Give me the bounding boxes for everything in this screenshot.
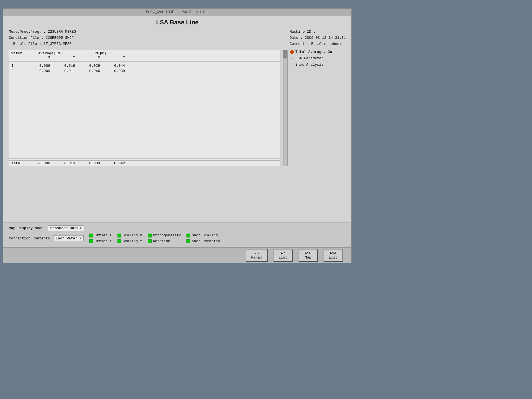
correction-contents-value: Each Wafer: [56, 236, 77, 241]
legend-label-ega: EGA Parameter: [295, 56, 323, 60]
meas-proc-prog: Meas.Proc.Prog. : 228USRA.MSREG: [9, 29, 76, 35]
dropdown-arrow-icon-2: ▼: [80, 237, 81, 240]
header-top-row: Wafer Average[μm] 3σ[μm]: [9, 51, 280, 55]
col-3sigma-header: 3σ[μm]: [75, 51, 125, 55]
table-row: 1 -0.006 0.016 0.029 0.044: [9, 63, 280, 68]
correction-row: Correction Contents Each Wafer ▼ Offset …: [9, 233, 346, 243]
mode-row: Map Display Mode Measured Data ▼: [9, 225, 346, 231]
checkbox-offset-y[interactable]: Offset Y: [89, 239, 112, 243]
row2-wafer: 2: [11, 69, 25, 73]
legend-label-shot: Shot Analysis: [295, 63, 323, 67]
map-display-label: Map Display Mode: [9, 226, 44, 230]
comment-field: Comment : Baseline check: [290, 41, 346, 47]
checkbox-orthogonality[interactable]: Orthogonality: [148, 233, 181, 237]
checkbox-shot-scaling-label: Shot Scaling: [192, 233, 218, 237]
legend-item-shot[interactable]: ✓ Shot Analysis: [290, 63, 346, 67]
legend-label-total: Total Average, 3σ: [295, 50, 332, 54]
green-square-icon: [89, 234, 93, 237]
table-row: 2 -0.009 0.011 0.046 0.039: [9, 68, 280, 74]
col-y-2: Y: [100, 55, 125, 60]
table-container: Wafer Average[μm] 3σ[μm] X Y X Y 1 -0.00…: [9, 50, 280, 166]
green-square-icon: [148, 234, 152, 237]
f7-key: F7: [279, 251, 287, 255]
correction-contents-dropdown[interactable]: Each Wafer ▼: [53, 236, 84, 241]
total-avgy: 0.013: [50, 161, 75, 165]
checkbox-rotation-label: Rotation: [153, 239, 170, 243]
row1-sigx: 0.029: [75, 64, 100, 68]
info-section: Meas.Proc.Prog. : 228USRA.MSREG Conditio…: [9, 29, 346, 47]
total-sigy: 0.042: [100, 161, 125, 165]
col-wafer-header: Wafer: [11, 51, 25, 55]
checkbox-orthogonality-label: Orthogonality: [153, 233, 181, 237]
bottom-section: Map Display Mode Measured Data ▼ Correct…: [3, 222, 351, 246]
checkbox-shot-rotation-label: Shot Rotation: [192, 239, 220, 243]
row2-sigy: 0.039: [100, 69, 125, 73]
row1-wafer: 1: [11, 64, 25, 68]
result-file: Result File : ST_37REG.MESR: [9, 41, 76, 47]
f14-key: F14: [329, 251, 337, 255]
check-icon-shot: ✓: [290, 63, 294, 66]
f10-label: Map: [304, 255, 312, 260]
checkbox-offset-x-label: Offset X: [94, 233, 112, 237]
checkbox-scaling-y-label: Scaling Y: [123, 239, 142, 243]
col-avg-header: Average[μm]: [25, 51, 75, 55]
scrollbar-thumb[interactable]: [283, 50, 287, 58]
checkbox-offset-x[interactable]: Offset X: [89, 233, 112, 237]
col-x-1: X: [25, 55, 50, 60]
f7-list-button[interactable]: F7 List: [273, 249, 293, 262]
checkbox-offset-y-label: Offset Y: [94, 239, 112, 243]
data-table-area: Wafer Average[μm] 3σ[μm] X Y X Y 1 -0.00…: [9, 50, 346, 166]
map-display-dropdown[interactable]: Measured Data ▼: [48, 225, 84, 231]
diamond-icon: [290, 50, 295, 54]
checkbox-scaling-y[interactable]: Scaling Y: [117, 239, 142, 243]
green-square-icon: [148, 239, 152, 243]
checkbox-grid: Offset X Scaling X Orthogonality Shot Sc…: [89, 233, 220, 243]
f10-map-button[interactable]: F10 Map: [298, 249, 318, 262]
checkbox-shot-scaling[interactable]: Shot Scaling: [186, 233, 220, 237]
machine-id: Machine ID :: [290, 29, 346, 35]
condition-file: Condition File : 228REG05.SMCP: [9, 35, 76, 41]
date-field: Date : 2009-03-12 14:31:31: [290, 35, 346, 41]
green-square-icon: [89, 239, 93, 243]
green-square-icon: [117, 239, 121, 243]
correction-contents-label: Correction Contents: [9, 236, 50, 241]
green-square-icon: [186, 239, 190, 243]
green-square-icon: [186, 234, 190, 237]
map-display-value: Measured Data: [50, 226, 78, 230]
col-x-2: X: [75, 55, 100, 60]
check-icon-ega: ✓: [290, 57, 294, 60]
checkbox-rotation[interactable]: Rotation: [148, 239, 181, 243]
f7-label: List: [279, 255, 287, 260]
main-window: MCSV_CVALIBRE - LSA Base Line LSA Base L…: [3, 8, 352, 263]
checkbox-scaling-x-label: Scaling X: [123, 233, 142, 237]
footer-bar: F6 Param F7 List F10 Map F14 Exit: [3, 247, 351, 263]
spacer: [11, 55, 25, 60]
f6-key: F6: [251, 251, 262, 255]
row1-avgy: 0.016: [50, 64, 75, 68]
legend-item-total[interactable]: Total Average, 3σ: [290, 50, 346, 54]
f14-label: Exit: [329, 255, 337, 260]
f6-label: Param: [251, 255, 262, 260]
legend-item-ega[interactable]: ✓ EGA Parameter: [290, 56, 346, 60]
legend-area: Total Average, 3σ ✓ EGA Parameter ✓ Shot…: [290, 50, 346, 166]
header-sub-row: X Y X Y: [9, 55, 280, 60]
green-square-icon: [117, 234, 121, 237]
total-sigx: 0.039: [75, 161, 100, 165]
checkbox-scaling-x[interactable]: Scaling X: [117, 233, 142, 237]
f10-key: F10: [304, 251, 312, 255]
info-left: Meas.Proc.Prog. : 228USRA.MSREG Conditio…: [9, 29, 76, 47]
title-bar: MCSV_CVALIBRE - LSA Base Line: [3, 9, 351, 16]
total-label: Total: [11, 161, 25, 165]
col-y-1: Y: [50, 55, 75, 60]
row2-sigx: 0.046: [75, 69, 100, 73]
total-avgx: -0.008: [25, 161, 50, 165]
checkbox-shot-rotation[interactable]: Shot Rotation: [186, 239, 220, 243]
scrollbar[interactable]: [283, 50, 288, 166]
page-title: LSA Base Line: [9, 19, 346, 26]
f14-exit-button[interactable]: F14 Exit: [323, 249, 343, 262]
total-row: Total -0.008 0.013 0.039 0.042: [9, 160, 280, 166]
row1-sigy: 0.044: [100, 64, 125, 68]
title-bar-text: MCSV_CVALIBRE - LSA Base Line: [146, 10, 209, 14]
dropdown-arrow-icon: ▼: [80, 227, 81, 230]
f6-param-button[interactable]: F6 Param: [246, 249, 268, 262]
